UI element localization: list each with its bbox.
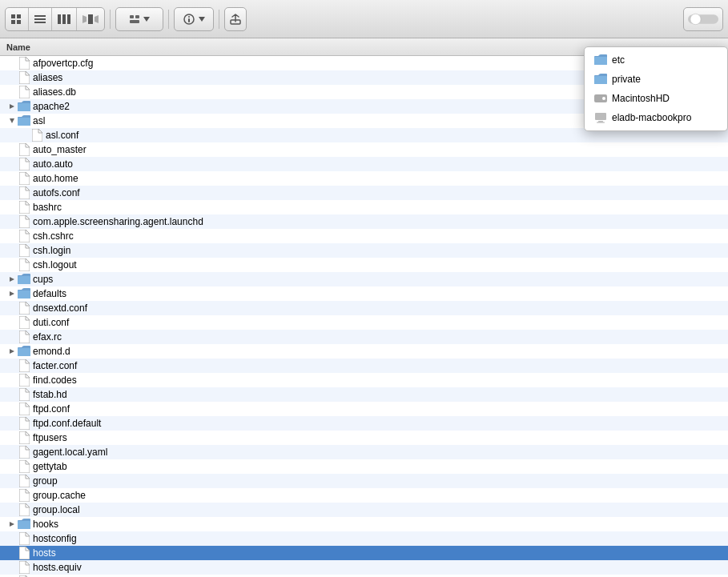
disclosure-placeholder	[6, 158, 18, 170]
list-item[interactable]: bashrc	[0, 200, 728, 214]
file-name: hostconfig	[33, 533, 77, 544]
file-name: fstab.hd	[33, 389, 67, 400]
list-item[interactable]: dnsextd.conf	[0, 301, 728, 315]
file-name: ftpd.conf.default	[33, 418, 101, 429]
menu-item[interactable]: private	[585, 70, 727, 89]
action-button[interactable]	[174, 7, 214, 31]
svg-marker-12	[95, 15, 99, 23]
file-name: afpovertcp.cfg	[33, 58, 93, 69]
disclosure-placeholder	[6, 331, 18, 343]
svg-marker-24	[10, 104, 14, 109]
toggle-button[interactable]	[683, 7, 723, 31]
list-item[interactable]: ftpd.conf.default	[0, 416, 728, 431]
disclosure-triangle[interactable]	[6, 101, 18, 112]
svg-rect-42	[597, 122, 605, 123]
disclosure-placeholder	[6, 461, 18, 472]
file-name: aliases.db	[33, 86, 76, 98]
coverflow-view-button[interactable]	[77, 8, 104, 30]
list-item[interactable]: hooks	[0, 517, 728, 531]
disclosure-triangle[interactable]	[6, 346, 18, 357]
disclosure-placeholder	[6, 303, 18, 314]
file-icon	[18, 446, 30, 459]
file-name: csh.login	[33, 245, 70, 256]
disclosure-triangle[interactable]	[6, 519, 18, 530]
list-item[interactable]: csh.logout	[0, 258, 728, 272]
list-item[interactable]: csh.login	[0, 243, 728, 258]
list-item[interactable]: gettytab	[0, 459, 728, 474]
path-button[interactable]	[115, 7, 163, 31]
share-button[interactable]	[224, 7, 247, 31]
svg-marker-30	[10, 291, 14, 296]
separator-2	[168, 10, 169, 29]
svg-rect-14	[130, 20, 139, 23]
disclosure-placeholder	[6, 259, 18, 270]
list-item[interactable]: group.local	[0, 503, 728, 517]
file-name: dnsextd.conf	[33, 303, 87, 314]
menu-item[interactable]: MacintoshHD	[585, 89, 727, 108]
file-icon	[18, 302, 30, 315]
svg-rect-27	[18, 118, 30, 126]
file-name: ftpusers	[33, 432, 67, 443]
list-item[interactable]: gagent.local.yaml	[0, 445, 728, 459]
disclosure-placeholder	[6, 187, 18, 198]
list-item[interactable]: facter.conf	[0, 359, 728, 373]
file-icon	[18, 57, 30, 70]
file-list[interactable]: afpovertcp.cfg aliases aliases.db apache…	[0, 56, 728, 577]
disclosure-triangle[interactable]	[6, 288, 18, 299]
svg-rect-25	[18, 103, 30, 111]
file-name: hosts	[33, 547, 56, 559]
disclosure-triangle[interactable]	[6, 274, 18, 285]
list-item[interactable]: hostconfig	[0, 531, 728, 546]
list-item[interactable]: group	[0, 474, 728, 488]
list-item[interactable]: autofs.conf	[0, 186, 728, 200]
list-item[interactable]: efax.rc	[0, 330, 728, 344]
file-name: cups	[33, 274, 53, 285]
file-name: auto.auto	[33, 158, 73, 170]
file-icon	[18, 215, 30, 228]
list-item[interactable]: com.apple.screensharing.agent.launchd	[0, 214, 728, 229]
file-icon	[18, 475, 30, 487]
svg-marker-32	[10, 349, 14, 354]
svg-rect-29	[18, 276, 30, 284]
list-view-button[interactable]	[29, 8, 52, 30]
list-item[interactable]: cups	[0, 272, 728, 286]
list-item[interactable]: find.codes	[0, 373, 728, 387]
list-item[interactable]: auto.auto	[0, 157, 728, 171]
svg-marker-34	[10, 522, 14, 527]
menu-item[interactable]: etc	[585, 50, 727, 70]
list-item[interactable]: emond.d	[0, 344, 728, 359]
file-name: hosts.equiv	[33, 562, 82, 573]
file-icon	[30, 129, 43, 142]
disclosure-placeholder	[6, 173, 18, 184]
file-name: auto.home	[33, 173, 78, 184]
svg-rect-37	[594, 76, 607, 84]
list-item[interactable]: hosts.equiv	[0, 560, 728, 575]
file-icon	[18, 316, 30, 329]
list-item[interactable]: csh.cshrc	[0, 229, 728, 243]
file-name: apache2	[33, 101, 70, 112]
file-icon	[18, 547, 30, 559]
list-item[interactable]: duti.conf	[0, 315, 728, 330]
list-item[interactable]: ftpusers	[0, 431, 728, 445]
list-item[interactable]: auto.home	[0, 171, 728, 186]
file-name: efax.rc	[33, 331, 62, 343]
list-item[interactable]: auto_master	[0, 142, 728, 157]
disclosure-placeholder	[6, 245, 18, 256]
list-item[interactable]: hosts	[0, 546, 728, 560]
list-item[interactable]: ftpd.conf	[0, 402, 728, 416]
list-item[interactable]: fstab.hd	[0, 387, 728, 402]
file-icon	[18, 230, 30, 242]
column-view-button[interactable]	[52, 8, 77, 30]
disclosure-triangle[interactable]	[6, 115, 18, 126]
svg-rect-15	[135, 15, 139, 18]
view-mode-group[interactable]	[5, 7, 105, 31]
menu-item[interactable]: eladb-macbookpro	[585, 108, 727, 127]
svg-rect-0	[11, 14, 15, 18]
file-name: facter.conf	[33, 360, 77, 371]
svg-marker-20	[199, 17, 205, 22]
svg-marker-28	[10, 277, 14, 282]
list-item[interactable]: group.cache	[0, 488, 728, 503]
list-item[interactable]: defaults	[0, 286, 728, 301]
icon-view-button[interactable]	[6, 8, 29, 30]
folder-icon	[18, 518, 30, 531]
